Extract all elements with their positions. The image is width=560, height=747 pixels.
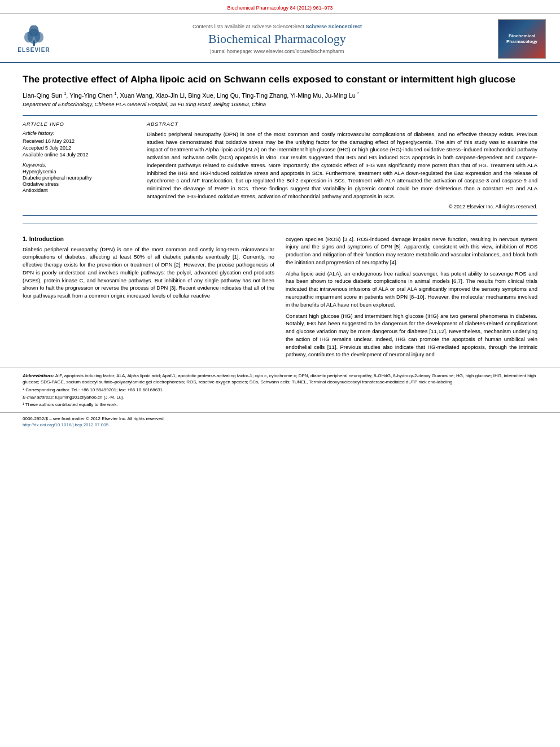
header-left: ELSEVIER [11,24,56,55]
body-two-col: 1. Introduction Diabetic peripheral neur… [0,230,560,362]
journal-homepage: journal homepage: www.elsevier.com/locat… [56,49,498,54]
article-info-header: ARTICLE INFO [23,121,135,127]
svg-point-4 [29,25,38,37]
journal-header: Biochemical Pharmacology 84 (2012) 961–9… [0,0,560,14]
abbreviations-line: Abbreviations: AIF, apoptosis inducing f… [23,373,537,385]
footnote-1: ¹ These authors contributed equally to t… [23,401,537,408]
keyword-1: Hyperglycemia [23,169,135,174]
corresponding-author-line: * Corresponding author. Tel.: +86 10 554… [23,387,537,393]
body-right-col: oxygen species (ROS) [3,4]. ROS-induced … [286,235,537,362]
online-date: Available online 14 July 2012 [23,152,135,158]
footnotes-section: Abbreviations: AIF, apoptosis inducing f… [0,368,560,408]
page: Biochemical Pharmacology 84 (2012) 961–9… [0,0,560,747]
journal-title-main: Biochemical Pharmacology [56,32,498,46]
received-date: Received 16 May 2012 [23,138,135,144]
history-label: Article history: [23,130,135,136]
body-right-para-2: Alpha lipoic acid (ALA), an endogenous f… [286,270,537,309]
abstract-col: ABSTRACT Diabetic peripheral neuropathy … [147,121,537,209]
copyright-line: © 2012 Elsevier Inc. All rights reserved… [147,204,537,209]
body-right-para-3: Constant high glucose (HG) and intermitt… [286,312,537,359]
accepted-date: Accepted 5 July 2012 [23,145,135,151]
body-right-para-1: oxygen species (ROS) [3,4]. ROS-induced … [286,235,537,267]
abstract-header: ABSTRACT [147,121,537,127]
article-title: The protective effect of Alpha lipoic ac… [23,73,537,86]
abstract-text: Diabetic peripheral neuropathy (DPN) is … [147,130,537,200]
authors-line: Lian-Qing Sun 1, Ying-Ying Chen 1, Xuan … [23,91,537,99]
elsevier-text: ELSEVIER [18,47,50,53]
journal-cover: Biochemical Pharmacology [498,19,546,59]
copyright-footer: 0006-2952/$ – see front matter © 2012 El… [23,416,537,421]
sciverse-line: Contents lists available at SciVerse Sci… [56,24,498,29]
section-divider [23,224,537,224]
article-info-section: ARTICLE INFO Article history: Received 1… [23,115,537,216]
email-line: E-mail address: lujuming301@yahoo.cn (J.… [23,394,537,400]
affiliation: Department of Endocrinology, Chinese PLA… [23,101,537,107]
header-right: Biochemical Pharmacology [498,19,549,59]
keyword-4: Antioxidant [23,187,135,193]
keyword-3: Oxidative stress [23,181,135,187]
article-info-col: ARTICLE INFO Article history: Received 1… [23,121,135,209]
body-left-col: 1. Introduction Diabetic peripheral neur… [23,235,274,362]
article-section: The protective effect of Alpha lipoic ac… [0,63,560,216]
elsevier-tree-icon [20,25,48,47]
doi-link[interactable]: http://dx.doi.org/10.1016/j.bcp.2012.07.… [23,422,108,427]
journal-ref: Biochemical Pharmacology 84 (2012) 961–9… [227,5,333,11]
keywords-label: Keywords: [23,162,135,168]
section1-title: 1. Introduction [23,235,274,242]
header-center: Contents lists available at SciVerse Sci… [56,24,498,54]
keyword-2: Diabetic peripheral neuropathy [23,175,135,181]
elsevier-logo: ELSEVIER [11,24,56,55]
body-left-para-1: Diabetic peripheral neuropathy (DPN) is … [23,246,274,300]
header-content: ELSEVIER Contents lists available at Sci… [0,16,560,63]
bottom-bar: 0006-2952/$ – see front matter © 2012 El… [0,412,560,431]
